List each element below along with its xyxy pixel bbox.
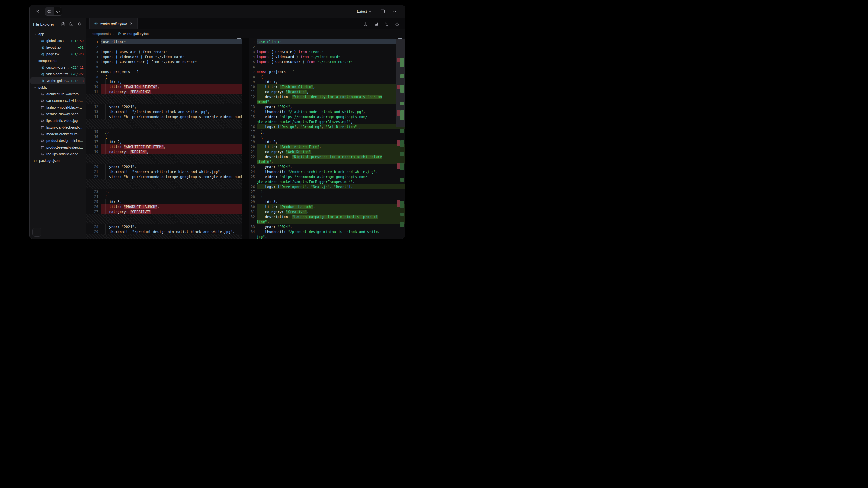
code-line[interactable]: 13 year: "2024", [249, 104, 405, 109]
code-line[interactable]: 32 description: "Launch campaign for a m… [249, 214, 405, 219]
code-line[interactable]: 5import { CustomCursor } from "./custom-… [86, 59, 242, 64]
code-line[interactable]: 7const projects = [ [86, 69, 242, 74]
left-pane-scrollbar[interactable] [237, 38, 241, 39]
code-line[interactable]: 29 id: 3, [249, 199, 405, 204]
code-line[interactable]: 2 [86, 44, 242, 50]
code-line[interactable]: 22 description: "Digital presence for a … [249, 154, 405, 159]
breadcrumb-file[interactable]: works-gallery.tsx [123, 32, 149, 36]
code-line[interactable]: 20 year: "2024", [86, 164, 242, 169]
code-line[interactable]: 16 tags: ["Design", "Branding", "Art Dir… [249, 124, 405, 129]
tree-folder[interactable]: components [30, 58, 86, 64]
split-view-button[interactable] [363, 21, 369, 27]
code-line[interactable]: 22 video: "https://commondatastorage.goo… [86, 174, 242, 179]
code-line[interactable]: 23 }, [86, 189, 242, 194]
tree-file[interactable]: red-lips-artistic-close… [30, 151, 86, 157]
code-line[interactable]: 23 year: "2024", [249, 164, 405, 169]
code-line[interactable]: 19 category: "DESIGN", [86, 149, 242, 154]
code-line[interactable]: 12 description: "Visual identity for a c… [249, 94, 405, 99]
code-line[interactable]: 26 tags: ["Development", "Next.js", "Rea… [249, 184, 405, 189]
preview-toggle-button[interactable] [45, 7, 54, 15]
code-line[interactable]: 24 { [86, 194, 242, 199]
code-line[interactable]: 29 thumbnail: "/product-design-minimalis… [86, 229, 242, 234]
code-line[interactable]: 1"use client" [249, 39, 405, 44]
code-line[interactable]: brand", [249, 99, 405, 104]
tree-file[interactable]: fashion-runway-scen… [30, 111, 86, 118]
copy-code-button[interactable] [384, 21, 390, 27]
code-line[interactable]: 4import { VideoCard } from "./video-card… [249, 55, 405, 59]
diff-overview-ruler[interactable] [396, 38, 405, 239]
tree-folder[interactable]: public [30, 84, 86, 91]
tree-file[interactable]: car-commercial-video… [30, 97, 86, 104]
code-line[interactable]: 26 title: "PRODUCT LAUNCH", [86, 204, 242, 209]
code-line[interactable]: 18 { [249, 134, 405, 139]
code-line[interactable]: gtv-videos-bucket/sample/ForBiggerEscape… [249, 179, 405, 184]
new-file-button[interactable] [60, 21, 66, 27]
tree-file[interactable]: luxury-car-black-and-… [30, 124, 86, 131]
code-line[interactable]: 15 }, [86, 129, 242, 134]
code-line[interactable]: 14 thumbnail: "/fashion-model-black-and-… [249, 109, 405, 115]
code-line[interactable]: 31 category: "Creative", [249, 209, 405, 214]
tree-file[interactable]: package.json [30, 157, 86, 164]
close-tab-button[interactable] [129, 21, 133, 26]
tree-file[interactable]: product-reveal-video.j… [30, 144, 86, 151]
code-line[interactable]: 17 }, [249, 129, 405, 134]
code-line[interactable]: 9 id: 1, [86, 79, 242, 85]
code-line[interactable]: 28 year: "2024", [86, 224, 242, 229]
tree-file[interactable]: video-card.tsx+76/-27 [30, 71, 86, 77]
code-toggle-button[interactable] [54, 7, 62, 15]
tree-file[interactable]: layout.tsx+51 [30, 44, 86, 51]
more-options-button[interactable] [392, 8, 399, 15]
code-line[interactable]: jpg", [249, 234, 405, 239]
pane-divider[interactable] [242, 38, 249, 239]
tree-file[interactable]: works-galler…+24/-13 [30, 77, 85, 84]
code-line[interactable]: 34 thumbnail: "/product-design-minimalis… [249, 229, 405, 234]
code-line[interactable]: 12 year: "2024", [86, 104, 242, 109]
breadcrumb-folder[interactable]: components [92, 32, 111, 36]
tree-file[interactable]: modern-architecture-… [30, 131, 86, 137]
code-line[interactable]: 24 thumbnail: "/modern-architecture-blac… [249, 169, 405, 174]
tree-file[interactable]: architecture-walkthro… [30, 91, 86, 97]
code-line[interactable]: 1"use client" [86, 39, 242, 44]
collapse-panel-button[interactable] [34, 8, 41, 15]
code-line[interactable]: line", [249, 219, 405, 224]
tab-works-gallery[interactable]: works-gallery.tsx [89, 18, 138, 29]
code-line[interactable]: 19 id: 2, [249, 139, 405, 144]
code-line[interactable]: 27 }, [249, 189, 405, 194]
code-line[interactable]: gtv-videos-bucket/sample/ForBiggerBlazes… [249, 119, 405, 124]
code-line[interactable]: 10 title: "FASHION STUDIO", [86, 85, 242, 89]
new-folder-button[interactable] [69, 21, 74, 27]
code-line[interactable]: 2 [249, 44, 405, 50]
tree-file[interactable]: custom-curs…+33/-12 [30, 64, 86, 71]
code-line[interactable]: 25 id: 3, [86, 199, 242, 204]
tree-file[interactable]: product-design-minim… [30, 137, 86, 144]
code-line[interactable]: 10 title: "Fashion Studio", [249, 85, 405, 89]
code-line[interactable]: 11 category: "Branding", [249, 89, 405, 94]
diff-view-button[interactable] [373, 21, 379, 27]
code-line[interactable]: 3import { useState } from "react" [86, 50, 242, 55]
tree-file[interactable]: globals.css+51/-50 [30, 37, 86, 44]
code-line[interactable]: 15 video: "https://commondatastorage.goo… [249, 115, 405, 119]
code-line[interactable]: 18 title: "ARCHITECTURE FIRM", [86, 144, 242, 149]
code-line[interactable]: 13 thumbnail: "/fashion-model-black-and-… [86, 109, 242, 115]
code-line[interactable]: 6 [249, 64, 405, 69]
code-line[interactable]: 17 id: 2, [86, 139, 242, 144]
code-line[interactable]: 21 category: "Web Design", [249, 149, 405, 154]
code-line[interactable]: 21 thumbnail: "/modern-architecture-blac… [86, 169, 242, 174]
collapse-sidebar-button[interactable] [32, 228, 41, 236]
code-line[interactable]: 6 [86, 64, 242, 69]
search-files-button[interactable] [77, 21, 83, 27]
code-line[interactable]: 7const projects = [ [249, 69, 405, 74]
code-line[interactable]: 16 { [86, 134, 242, 139]
code-line[interactable]: 27 category: "CREATIVE", [86, 209, 242, 214]
code-line[interactable]: studio", [249, 159, 405, 164]
code-line[interactable]: 5import { CustomCursor } from "./custom-… [249, 59, 405, 64]
code-line[interactable]: 14 video: "https://commondatastorage.goo… [86, 115, 242, 119]
download-button[interactable] [394, 21, 400, 27]
code-line[interactable]: 8 { [249, 74, 405, 79]
code-line[interactable]: 3import { useState } from "react" [249, 50, 405, 55]
code-line[interactable]: 20 title: "Architecture Firm", [249, 144, 405, 149]
right-pane-scrollbar[interactable] [398, 38, 402, 39]
code-line[interactable]: 28 { [249, 194, 405, 199]
code-line[interactable]: 11 category: "BRANDING", [86, 89, 242, 94]
code-line[interactable]: 33 year: "2024", [249, 224, 405, 229]
